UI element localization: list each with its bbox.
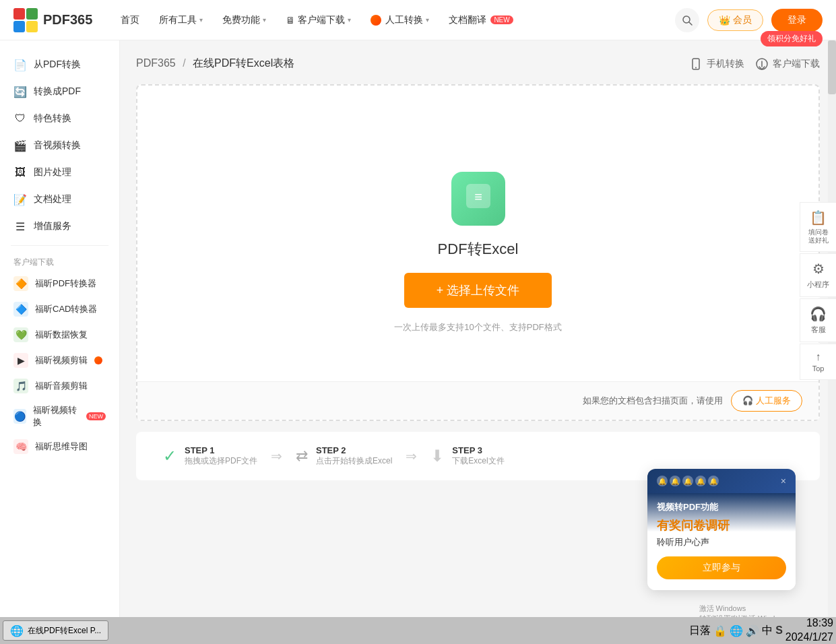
service-text: 如果您的文档包含扫描页面，请使用: [583, 395, 723, 407]
float-service-button[interactable]: 🎧 客服: [800, 298, 836, 342]
vip-button[interactable]: 👑 会员: [707, 9, 763, 31]
pdf-converter-icon: 🔶: [13, 276, 28, 291]
video-convert-icon: 🔵: [13, 409, 26, 424]
tray-item-3[interactable]: 🌐: [730, 624, 743, 637]
scrollbar-thumb[interactable]: [828, 40, 836, 94]
svg-rect-2: [13, 21, 25, 32]
tray-item-4[interactable]: 🔊: [746, 624, 759, 637]
tray-item-cn[interactable]: 中: [762, 624, 773, 638]
sidebar-app-mind-map[interactable]: 🧠 福昕思维导图: [0, 434, 119, 459]
sidebar-app-cad-converter[interactable]: 🔷 福昕CAD转换器: [0, 296, 119, 322]
logo[interactable]: PDF365: [13, 8, 92, 32]
float-miniapp-button[interactable]: ⚙ 小程序: [800, 253, 836, 297]
sidebar-app-audio-editor[interactable]: 🎵 福昕音频剪辑: [0, 373, 119, 399]
popup-cta-button[interactable]: 立即参与: [657, 556, 786, 579]
float-top-button[interactable]: ↑ Top: [800, 344, 836, 380]
system-tray: 日落 🔒 🌐 🔊 中 S 18:39 2024/1/27: [689, 616, 833, 644]
chevron-down-icon: ▾: [426, 16, 429, 24]
service-icon: 🎧: [810, 306, 827, 322]
sidebar-app-video-convert[interactable]: 🔵 福昕视频转换 NEW: [0, 399, 119, 434]
nav-human[interactable]: 人工转换 ▾: [362, 10, 437, 30]
nav-menu: 首页 所有工具▾ 免费功能▾ 🖥 客户端下载 ▾ 人工转换 ▾ 文档翻译 NEW: [112, 10, 675, 30]
step-3: ⬇ STEP 3 下载Excel文件: [430, 445, 504, 467]
popup-deco-1: 🔔: [657, 476, 668, 486]
media-icon: 🎬: [13, 139, 27, 152]
logo-text: PDF365: [43, 12, 92, 28]
search-button[interactable]: [675, 8, 699, 32]
popup-body: 视频转PDF功能 有奖问卷调研 聆听用户心声 立即参与: [647, 493, 796, 590]
chevron-down-icon: ▾: [199, 16, 203, 24]
sidebar-app-data-recovery[interactable]: 💚 福昕数据恢复: [0, 322, 119, 348]
sidebar-item-to-pdf[interactable]: 🔄 转换成PDF: [0, 78, 119, 105]
sidebar-item-image[interactable]: 🖼 图片处理: [0, 159, 119, 186]
coupon-badge[interactable]: 领积分免好礼: [761, 31, 823, 46]
float-survey-button[interactable]: 📋 填问卷送好礼: [800, 202, 836, 252]
sidebar-app-video-editor[interactable]: ▶ 福昕视频剪辑: [0, 348, 119, 373]
step-2: ⇄ STEP 2 点击开始转换成Excel: [296, 445, 392, 467]
tray-item-1[interactable]: 日落: [689, 624, 711, 638]
chevron-down-icon: ▾: [263, 16, 266, 24]
survey-popup: 🔔 🔔 🔔 🔔 🔔 × 视频转PDF功能 有奖问卷调研 聆听用户心声 立即参与: [647, 469, 796, 590]
sidebar-item-media[interactable]: 🎬 音视频转换: [0, 132, 119, 159]
popup-deco-2: 🔔: [670, 476, 680, 486]
upload-button[interactable]: + 选择上传文件: [404, 273, 552, 308]
doc-icon: 📝: [13, 193, 27, 206]
header-right: 👑 会员 登录: [675, 8, 823, 32]
login-button[interactable]: 登录: [771, 9, 823, 32]
human-service-bar: 如果您的文档包含扫描页面，请使用 🎧 人工服务: [137, 381, 818, 420]
popup-deco-4: 🔔: [695, 476, 706, 486]
step2-exchange-icon: ⇄: [296, 447, 308, 465]
popup-feature-text: 视频转PDF功能: [657, 501, 786, 513]
data-recovery-icon: 💚: [13, 327, 28, 342]
sidebar-item-from-pdf[interactable]: 📄 从PDF转换: [0, 51, 119, 78]
new-app-badge: NEW: [86, 412, 106, 420]
upload-area: ≡ PDF转Excel + 选择上传文件 一次上传最多支持10个文件、支持PDF…: [136, 84, 820, 421]
survey-icon: 📋: [810, 210, 827, 226]
client-download-button[interactable]: 客户端下载: [755, 57, 820, 71]
sidebar-item-value[interactable]: ☰ 增值服务: [0, 213, 119, 240]
float-service-label: 客服: [811, 325, 826, 335]
breadcrumb-current: 在线PDF转Excel表格: [193, 57, 294, 69]
search-icon: [682, 15, 693, 26]
sidebar-app-pdf-converter[interactable]: 🔶 福昕PDF转换器: [0, 271, 119, 296]
mobile-convert-button[interactable]: 手机转换: [689, 57, 744, 71]
nav-translate[interactable]: 文档翻译 NEW: [441, 10, 521, 30]
sidebar-divider: [11, 245, 108, 246]
step3-desc: 下载Excel文件: [452, 455, 504, 467]
top-arrow-icon: ↑: [816, 351, 821, 363]
sidebar-item-doc[interactable]: 📝 文档处理: [0, 186, 119, 213]
step-arrow-2: ⇒: [406, 448, 417, 464]
nav-free[interactable]: 免费功能▾: [214, 10, 274, 30]
tray-item-2[interactable]: 🔒: [713, 624, 727, 637]
breadcrumb: PDF365 / 在线PDF转Excel表格: [136, 57, 294, 71]
tray-item-s[interactable]: S: [775, 624, 783, 637]
nav-home[interactable]: 首页: [112, 10, 148, 30]
cad-icon: 🔷: [13, 302, 28, 317]
step1-num: STEP 1: [185, 445, 257, 455]
float-top-label: Top: [812, 364, 825, 373]
sidebar: 📄 从PDF转换 🔄 转换成PDF 🛡 特色转换 🎬 音视频转换 🖼 图片处理 …: [0, 40, 120, 644]
breadcrumb-root[interactable]: PDF365: [136, 57, 176, 69]
human-service-button[interactable]: 🎧 人工服务: [731, 390, 802, 412]
sidebar-item-special[interactable]: 🛡 特色转换: [0, 105, 119, 132]
popup-survey-title: 有奖问卷调研: [657, 517, 786, 534]
popup-deco-5: 🔔: [708, 476, 719, 486]
image-icon: 🖼: [13, 166, 27, 179]
popup-close-button[interactable]: ×: [781, 476, 786, 486]
audio-editor-icon: 🎵: [13, 379, 28, 393]
right-float-menu: 📋 填问卷送好礼 ⚙ 小程序 🎧 客服 ↑ Top: [800, 202, 836, 380]
step-arrow-1: ⇒: [271, 448, 282, 464]
popup-decorations: 🔔 🔔 🔔 🔔 🔔: [657, 476, 719, 486]
nav-tools[interactable]: 所有工具▾: [151, 10, 211, 30]
to-pdf-icon: 🔄: [13, 85, 27, 98]
hot-badge: [94, 356, 102, 364]
mind-map-icon: 🧠: [13, 439, 28, 454]
excel-icon: ≡: [463, 181, 493, 217]
step1-check-icon: ✓: [163, 447, 176, 465]
crown-icon: 👑: [719, 15, 730, 26]
popup-subtitle: 聆听用户心声: [657, 536, 786, 548]
step1-desc: 拖拽或选择PDF文件: [185, 455, 257, 467]
nav-client[interactable]: 🖥 客户端下载 ▾: [278, 10, 359, 30]
taskbar-app-button[interactable]: 🌐 在线PDF转Excel P...: [3, 620, 108, 641]
upload-title: PDF转Excel: [438, 239, 519, 259]
